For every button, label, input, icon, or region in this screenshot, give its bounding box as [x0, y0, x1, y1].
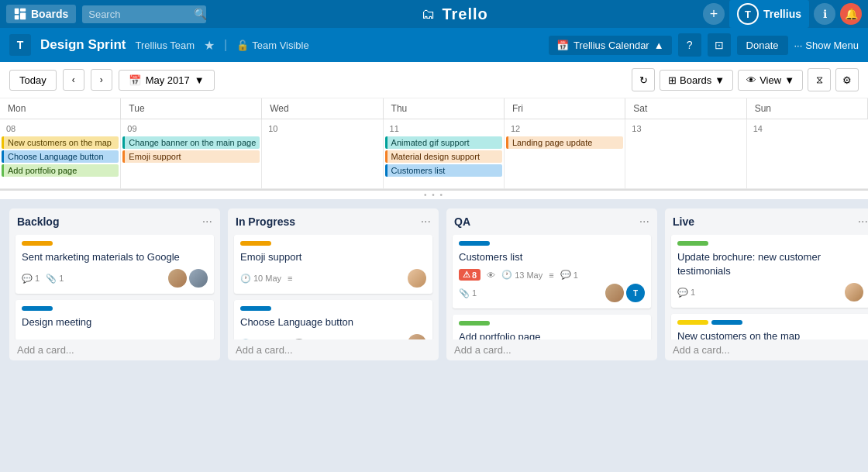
table-row[interactable]: Sent marketing materials to Google 💬 1 📎… [16, 235, 214, 294]
card-meta: 🕐 10 May ≡ [240, 269, 426, 288]
event-customers-list[interactable]: Customers list [385, 164, 502, 177]
day-header-sun: Sun [747, 98, 868, 119]
boards-filter-icon: ⊞ [668, 74, 677, 86]
board-header-right: 📅 Trellius Calendar ▲ ? ⊡ Donate ··· Sho… [549, 33, 859, 57]
event-animated-gif[interactable]: Animated gif support [385, 136, 502, 149]
event-emoji-support[interactable]: Emoji support [122, 150, 260, 163]
nav-center: 🗂 Trello [213, 5, 697, 23]
card-meta-row2: 📎 1 T [459, 284, 645, 302]
chevron-down-icon: ▼ [195, 74, 205, 86]
card-title: New customers on the map [677, 329, 863, 339]
star-icon[interactable]: ★ [204, 38, 215, 53]
card-avatars [408, 269, 426, 288]
card-label [240, 306, 271, 311]
calendar-section: Today ‹ › 📅 May 2017 ▼ ↻ ⊞ Boards ▼ 👁 Vi… [0, 62, 868, 190]
card-comments: 💬 1 [22, 274, 40, 284]
avatar [845, 283, 863, 301]
activity-button[interactable]: ⊡ [708, 33, 731, 57]
svg-rect-0 [15, 9, 19, 14]
filter-icon: ⧖ [816, 74, 823, 86]
table-row[interactable]: Update brochure: new customer testimonia… [671, 235, 868, 308]
table-row[interactable]: Choose Language button 🕐 8 May ≡ 💬 1 [234, 300, 432, 339]
today-button[interactable]: Today [9, 70, 57, 91]
board-logo: T [9, 34, 31, 56]
boards-filter-button[interactable]: ⊞ Boards ▼ [660, 70, 733, 91]
card-title: Emoji support [240, 250, 426, 264]
list-title-backlog: Backlog [17, 215, 59, 228]
card-label [459, 241, 490, 246]
notifications-button[interactable]: 🔔 [840, 3, 862, 25]
avatar: T [737, 3, 759, 25]
avatar-trellius: T [626, 284, 645, 302]
kanban-cards-qa: Customers list ⚠ 8 👁 🕐 13 May ≡ 💬 1 [446, 235, 657, 339]
event-add-portfolio[interactable]: Add portfolio page [2, 164, 119, 177]
calendar-right-controls: ↻ ⊞ Boards ▼ 👁 View ▼ ⧖ ⚙ [632, 68, 859, 91]
table-row[interactable]: Customers list ⚠ 8 👁 🕐 13 May ≡ 💬 1 [453, 235, 651, 308]
left-arrow-icon: ‹ [72, 74, 75, 85]
add-card-button-backlog[interactable]: Add a card... [9, 339, 220, 360]
resize-dots: • • • [424, 191, 444, 199]
list-menu-button-inprogress[interactable]: ··· [421, 215, 431, 229]
kanban-cards-backlog: Sent marketing materials to Google 💬 1 📎… [9, 235, 220, 339]
lock-icon: 🔓 [236, 40, 249, 51]
add-card-button-qa[interactable]: Add a card... [446, 339, 657, 360]
add-card-button-inprogress[interactable]: Add a card... [228, 339, 439, 360]
calendar-grid: Mon Tue Wed Thu Fri Sat Sun 08 New custo… [0, 98, 868, 189]
board-header: T Design Sprint Trellius Team ★ | 🔓 Team… [0, 28, 868, 62]
calendar-button[interactable]: 📅 Trellius Calendar ▲ [549, 36, 672, 55]
table-row[interactable]: Add portfolio page [453, 315, 651, 339]
cal-cell-mon: 08 New customers on the map Choose Langu… [0, 119, 121, 189]
info-icon: ℹ [823, 8, 827, 20]
date-12: 12 [506, 121, 623, 136]
kanban-list-header-live: Live ··· [665, 208, 868, 235]
next-month-button[interactable]: › [91, 69, 112, 91]
attachment-icon: 📎 [46, 274, 57, 284]
event-material-design[interactable]: Material design support [385, 150, 502, 163]
card-title: Sent marketing materials to Google [22, 250, 208, 264]
day-header-thu: Thu [384, 98, 505, 119]
info-button[interactable]: ℹ [814, 3, 835, 25]
resize-handle[interactable]: • • • [0, 190, 868, 199]
card-label-yellow [677, 320, 708, 325]
trello-icon: 🗂 [422, 6, 436, 22]
prev-month-button[interactable]: ‹ [63, 69, 84, 91]
avatar [189, 269, 208, 288]
table-row[interactable]: Emoji support 🕐 10 May ≡ [234, 235, 432, 294]
settings-button[interactable]: ⚙ [835, 68, 859, 91]
month-picker-button[interactable]: 📅 May 2017 ▼ [119, 70, 215, 91]
card-meta: 🕐 8 May ≡ 💬 1 [240, 334, 426, 339]
filter-button[interactable]: ⧖ [808, 68, 831, 91]
avatar [408, 334, 426, 339]
donate-button[interactable]: Donate [737, 36, 788, 55]
trellius-button[interactable]: T Trellius [729, 0, 809, 28]
search-icon: 🔍 [194, 8, 207, 20]
bell-icon: 🔔 [845, 8, 858, 20]
list-menu-button-qa[interactable]: ··· [639, 215, 649, 229]
card-date: 🕐 10 May [240, 274, 281, 284]
list-title-inprogress: In Progress [236, 215, 295, 228]
view-button[interactable]: 👁 View ▼ [738, 70, 803, 91]
event-landing-page[interactable]: Landing page update [506, 136, 623, 149]
card-avatars [168, 269, 208, 288]
search-input[interactable] [82, 5, 206, 23]
event-change-banner[interactable]: Change banner on the main page [122, 136, 260, 149]
svg-rect-1 [15, 16, 19, 20]
add-button[interactable]: + [703, 3, 725, 25]
list-menu-button-live[interactable]: ··· [858, 215, 868, 229]
card-attachments: 📎 1 [46, 274, 64, 284]
event-choose-language[interactable]: Choose Language button [2, 150, 119, 163]
help-button[interactable]: ? [678, 33, 701, 57]
card-meta: 💬 1 📎 1 [22, 269, 208, 288]
event-new-customers[interactable]: New customers on the map [2, 136, 119, 149]
eye-icon: 👁 [746, 74, 756, 86]
add-card-button-live[interactable]: Add a card... [665, 339, 868, 360]
date-14: 14 [749, 121, 866, 136]
refresh-button[interactable]: ↻ [632, 68, 655, 91]
table-row[interactable]: Design meeting [16, 300, 214, 339]
alert-icon: ⚠ [463, 270, 470, 280]
list-menu-button-backlog[interactable]: ··· [202, 215, 212, 229]
table-row[interactable]: New customers on the map 🕐 8 May ≡ 💬 1 [671, 314, 868, 339]
show-menu-button[interactable]: ··· Show Menu [794, 40, 859, 51]
boards-button[interactable]: Boards [6, 5, 76, 23]
plus-icon: + [710, 6, 718, 22]
